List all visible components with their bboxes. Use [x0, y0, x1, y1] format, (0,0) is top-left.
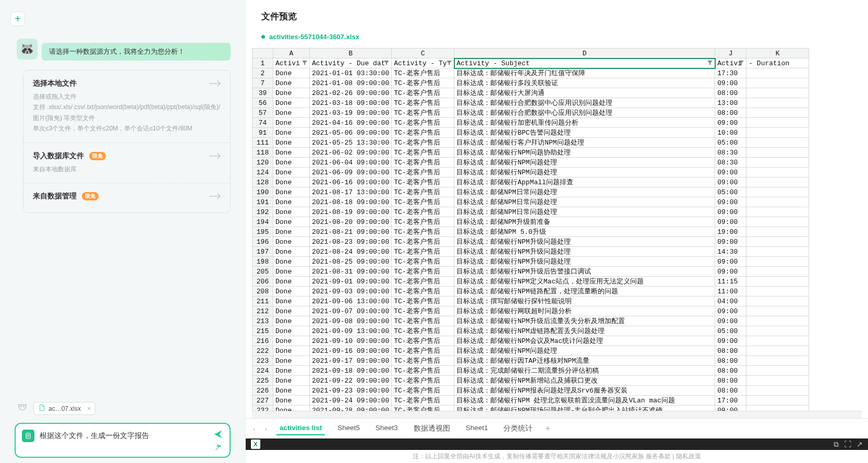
row-number[interactable]: 57 — [252, 108, 273, 118]
cell[interactable]: Done — [273, 287, 310, 296]
cell[interactable]: 目标达成：邮储银行NPM链路配置，处理流量断的问题 — [454, 287, 715, 296]
cell[interactable] — [746, 277, 809, 287]
sheet-tab[interactable]: Sheet5 — [334, 422, 363, 435]
cell[interactable]: 目标达成：邮储银行NPM升级后流量丢失分析及增加配置 — [454, 316, 715, 326]
row-number[interactable]: 232 — [252, 406, 273, 411]
cell[interactable]: 09:00 — [715, 217, 746, 227]
cell[interactable]: 09:00 — [715, 406, 746, 411]
cell[interactable]: Done — [273, 197, 310, 207]
cell[interactable]: Done — [273, 108, 310, 118]
header-cell-K[interactable]: - Duration — [746, 58, 809, 68]
cell[interactable]: 目标达成：邮储银行AppMall问题排查 — [454, 177, 715, 187]
row-number[interactable]: 1 — [252, 58, 273, 68]
row-number[interactable]: 198 — [252, 257, 273, 267]
attached-file-chip[interactable]: ac…07.xlsx × — [33, 402, 95, 415]
row-number[interactable]: 195 — [252, 227, 273, 237]
cell[interactable]: Done — [273, 376, 310, 386]
popout-icon[interactable]: ↗ — [857, 440, 863, 449]
cell[interactable]: TC-老客户售后 — [392, 257, 454, 267]
cell[interactable]: 目标达成：邮储银行NPM问题处理 — [454, 168, 715, 177]
cell[interactable]: Done — [273, 257, 310, 267]
column-header-J[interactable]: J — [715, 49, 746, 58]
cell[interactable] — [746, 138, 809, 148]
cell[interactable]: TC-老客户售后 — [392, 356, 454, 366]
row-number[interactable]: 124 — [252, 168, 273, 177]
column-header-K[interactable]: K — [746, 49, 809, 58]
cell[interactable]: Done — [273, 386, 310, 396]
cell[interactable]: Done — [273, 78, 310, 88]
filter-icon[interactable] — [707, 60, 714, 66]
cell[interactable]: 05:00 — [715, 187, 746, 197]
cell[interactable] — [746, 376, 809, 386]
cell[interactable]: TC-老客户售后 — [392, 227, 454, 237]
privacy-link[interactable]: 隐私政策 — [676, 453, 701, 460]
cell[interactable]: 目标达成：邮储银行大屏沟通 — [454, 88, 715, 98]
new-conversation-button[interactable]: + — [10, 11, 25, 26]
cell[interactable]: 2021-01-08 09:00:00 — [310, 78, 392, 88]
cell[interactable]: 2021-08-18 09:00:00 — [310, 197, 392, 207]
cell[interactable]: 目标达成：邮储银行合肥数据中心应用识别问题处理 — [454, 98, 715, 108]
row-number[interactable]: 227 — [252, 396, 273, 406]
row-number[interactable]: 212 — [252, 306, 273, 316]
cell[interactable]: Done — [273, 118, 310, 128]
cell[interactable]: 2021-08-23 09:00:00 — [310, 237, 392, 247]
cell[interactable]: TC-老客户售后 — [392, 336, 454, 346]
cell[interactable] — [746, 207, 809, 217]
cell[interactable]: TC-老客户售后 — [392, 158, 454, 168]
row-number[interactable]: 215 — [252, 326, 273, 336]
cell[interactable]: 2021-06-04 09:00:00 — [310, 158, 392, 168]
cell[interactable] — [746, 118, 809, 128]
row-number[interactable]: 190 — [252, 187, 273, 197]
row-number[interactable]: 192 — [252, 207, 273, 217]
cell[interactable]: Done — [273, 177, 310, 187]
cell[interactable]: TC-老客户售后 — [392, 366, 454, 376]
filter-icon[interactable] — [302, 60, 308, 66]
cell[interactable]: TC-老客户售后 — [392, 78, 454, 88]
cell[interactable]: 17:30 — [715, 68, 746, 78]
cell[interactable]: 04:00 — [715, 296, 746, 306]
cell[interactable]: 2021-04-16 09:00:00 — [310, 118, 392, 128]
cell[interactable]: 05:00 — [715, 326, 746, 336]
cell[interactable] — [746, 287, 809, 296]
cell[interactable] — [746, 366, 809, 376]
cell[interactable]: 目标达成：邮储银行NPM新增站点及捕获口更改 — [454, 376, 715, 386]
cell[interactable]: 目标达成：邮储银行NPM虚链路配置丢失问题处理 — [454, 326, 715, 336]
cell[interactable]: Done — [273, 207, 310, 217]
cell[interactable]: 09:00 — [715, 118, 746, 128]
source-local-file[interactable]: 选择本地文件 选择或拖入文件 支持 .xlsx/.xls/.csv/.txt/j… — [23, 70, 230, 143]
cell[interactable]: Done — [273, 68, 310, 78]
row-number[interactable]: 222 — [252, 346, 273, 356]
cell[interactable]: Done — [273, 217, 310, 227]
cell[interactable] — [746, 326, 809, 336]
remove-file-icon[interactable]: × — [87, 405, 91, 412]
cell[interactable]: 08:30 — [715, 148, 746, 158]
cell[interactable] — [746, 306, 809, 316]
add-sheet-button[interactable]: + — [545, 424, 550, 433]
cell[interactable] — [746, 406, 809, 411]
cell[interactable] — [746, 108, 809, 118]
cell[interactable]: 目标达成：邮储银行因TAP迁移核对NPM流量 — [454, 356, 715, 366]
cell[interactable]: 2021-09-06 13:00:00 — [310, 296, 392, 306]
corner-cell[interactable] — [252, 49, 273, 58]
cell[interactable]: 目标达成：邮储银行NPM升级问题处理 — [454, 257, 715, 267]
preview-file-tab[interactable]: activities-5571044-3607.xlsx — [246, 26, 868, 45]
cell[interactable]: 目标达成：邮储银行加密机重传问题分析 — [454, 118, 715, 128]
sheet-tab[interactable]: 数据透视图 — [411, 422, 453, 435]
cell[interactable]: 2021-06-16 09:00:00 — [310, 177, 392, 187]
cell[interactable] — [746, 158, 809, 168]
cell[interactable]: 17:00 — [715, 396, 746, 406]
cell[interactable]: Done — [273, 326, 310, 336]
cell[interactable]: 08:30 — [715, 158, 746, 168]
cell[interactable]: 2021-09-23 09:00:00 — [310, 386, 392, 396]
cell[interactable]: 09:00 — [715, 168, 746, 177]
row-number[interactable]: 39 — [252, 88, 273, 98]
cell[interactable]: 2021-08-31 09:00:00 — [310, 267, 392, 277]
cell[interactable] — [746, 78, 809, 88]
cell[interactable]: Done — [273, 158, 310, 168]
cell[interactable]: TC-老客户售后 — [392, 267, 454, 277]
cell[interactable]: 08:00 — [715, 376, 746, 386]
row-number[interactable]: 91 — [252, 128, 273, 138]
cell[interactable]: 09:00 — [715, 207, 746, 217]
cell[interactable] — [746, 217, 809, 227]
row-number[interactable]: 56 — [252, 98, 273, 108]
